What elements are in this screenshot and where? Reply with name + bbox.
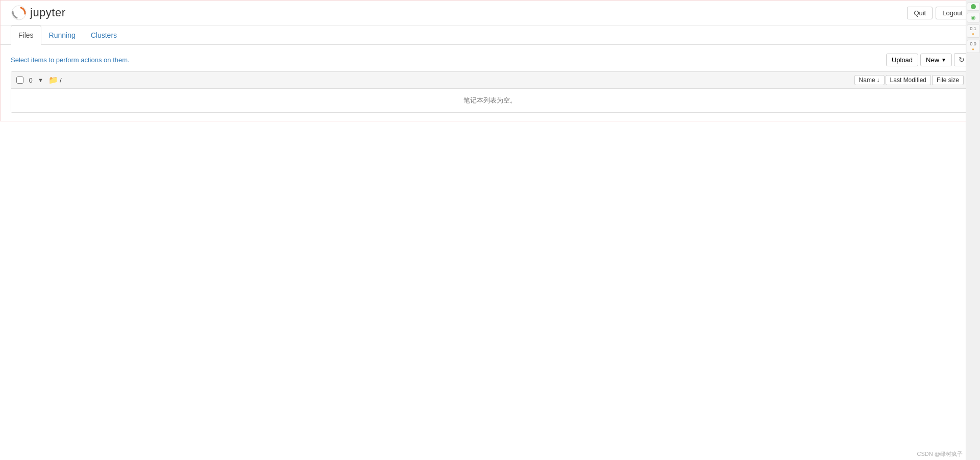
action-text-highlight: them — [113, 56, 128, 64]
file-size-button[interactable]: File size — [932, 75, 964, 85]
app-title: jupyter — [30, 6, 66, 19]
name-sort-button[interactable]: Name ↓ — [854, 75, 885, 85]
tab-running[interactable]: Running — [41, 25, 83, 45]
action-text-suffix: . — [128, 56, 130, 64]
kernels-icon: ◉ — [971, 14, 976, 21]
last-modified-button[interactable]: Last Modified — [886, 75, 931, 85]
logo: jupyter — [11, 5, 66, 21]
upload-button[interactable]: Upload — [886, 54, 918, 66]
mem-bar-icon: ● — [972, 47, 974, 52]
action-bar: Select items to perform actions on them.… — [11, 53, 969, 66]
cpu-value: 0.1 — [970, 26, 976, 32]
action-bar-text: Select items to perform actions on them. — [11, 56, 130, 64]
green-dot-icon — [971, 4, 976, 9]
cpu-bar-icon: ● — [972, 32, 974, 36]
empty-message: 笔记本列表为空。 — [11, 89, 969, 112]
header: jupyter Quit Logout — [1, 1, 979, 25]
file-list: 0 ▼ 📁 / Name ↓ Last Modified File size 笔… — [11, 71, 969, 113]
breadcrumb-slash[interactable]: / — [60, 76, 62, 84]
mem-value: 0.0 — [970, 41, 976, 47]
tabs: Files Running Clusters — [1, 25, 979, 45]
tab-files[interactable]: Files — [11, 25, 41, 45]
sidebar-indicator-mem[interactable]: 0.0 ● — [967, 40, 980, 53]
file-list-header-left: 0 ▼ 📁 / — [16, 75, 854, 85]
sort-icon: ↓ — [877, 76, 880, 84]
new-button-label: New — [926, 56, 939, 64]
action-text-prefix: Select items to perform actions on — [11, 56, 113, 64]
quit-button[interactable]: Quit — [907, 7, 933, 19]
right-sidebar: ◉ 0.1 ● 0.0 ● — [966, 0, 980, 121]
sidebar-indicator-cpu[interactable]: 0.1 ● — [967, 24, 980, 38]
sidebar-indicator-kernels[interactable]: ◉ — [967, 13, 980, 22]
select-all-checkbox[interactable] — [16, 76, 23, 84]
name-col-label: Name — [859, 76, 875, 84]
action-buttons: Upload New ▼ ↻ — [886, 53, 969, 66]
breadcrumb: 📁 / — [48, 75, 62, 85]
item-count-dropdown[interactable]: ▼ — [38, 77, 43, 83]
new-button[interactable]: New ▼ — [920, 54, 952, 66]
main-content: Select items to perform actions on them.… — [1, 45, 979, 121]
logout-button[interactable]: Logout — [936, 7, 969, 19]
svg-point-0 — [12, 6, 26, 20]
jupyter-logo-icon — [11, 5, 27, 21]
file-list-header-right: Name ↓ Last Modified File size — [854, 75, 964, 85]
item-count: 0 — [26, 76, 36, 84]
new-dropdown-icon: ▼ — [941, 57, 946, 63]
tab-clusters[interactable]: Clusters — [83, 25, 125, 45]
sidebar-indicator-green[interactable] — [967, 3, 980, 11]
folder-icon: 📁 — [48, 75, 58, 85]
header-buttons: Quit Logout — [907, 7, 969, 19]
file-list-header: 0 ▼ 📁 / Name ↓ Last Modified File size — [11, 72, 969, 89]
